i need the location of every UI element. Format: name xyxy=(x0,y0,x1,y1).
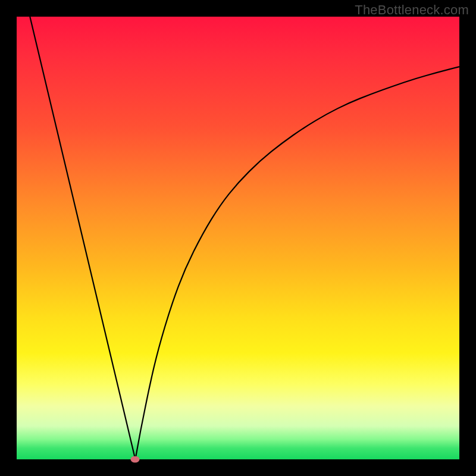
curve-path xyxy=(30,17,459,459)
watermark-text: TheBottleneck.com xyxy=(355,2,469,18)
outer-frame: TheBottleneck.com xyxy=(0,0,476,476)
chart-plot-area xyxy=(17,17,459,459)
bottleneck-curve-svg xyxy=(17,17,459,459)
minimum-marker xyxy=(131,456,140,463)
